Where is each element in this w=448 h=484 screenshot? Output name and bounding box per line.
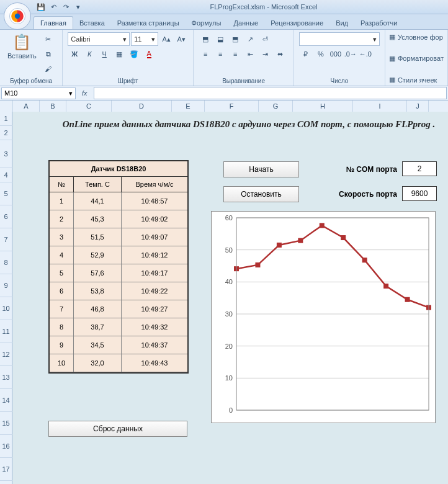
indent-decrease-icon[interactable]: ⇤ <box>243 47 257 61</box>
currency-icon[interactable]: ₽ <box>299 47 313 61</box>
svg-text:20: 20 <box>225 343 233 350</box>
wrap-text-icon[interactable]: ⏎ <box>258 32 272 46</box>
cell-time: 10:49:12 <box>122 246 187 264</box>
align-middle-icon[interactable]: ⬓ <box>213 32 227 46</box>
row-header[interactable]: 12 <box>0 343 12 366</box>
tab-insert[interactable]: Вставка <box>73 17 111 29</box>
grow-font-icon[interactable]: A▴ <box>159 32 173 46</box>
number-format-select[interactable]: ▾ <box>299 32 380 46</box>
office-button[interactable] <box>4 2 31 30</box>
increase-decimal-icon[interactable]: .0→ <box>344 47 357 61</box>
col-header[interactable] <box>0 101 13 112</box>
com-port-value[interactable]: 2 <box>402 161 437 176</box>
col-header[interactable]: G <box>259 101 293 112</box>
align-right-icon[interactable]: ≡ <box>228 47 242 61</box>
col-header[interactable]: H <box>293 101 353 112</box>
comma-icon[interactable]: 000 <box>329 47 343 61</box>
cell-styles-button[interactable]: ▦Стили ячеек <box>389 75 444 84</box>
font-color-icon[interactable]: A <box>142 47 156 61</box>
tab-data[interactable]: Данные <box>227 17 264 29</box>
row-header[interactable]: 13 <box>0 366 12 389</box>
row-header[interactable]: 7 <box>0 228 12 251</box>
tab-review[interactable]: Рецензирование <box>264 17 329 29</box>
tab-view[interactable]: Вид <box>329 17 354 29</box>
paste-button[interactable]: 📋 Вставить <box>5 32 39 61</box>
underline-icon[interactable]: Ч <box>97 47 111 61</box>
undo-icon[interactable]: ↶ <box>48 2 58 12</box>
row-header[interactable]: 16 <box>0 435 12 458</box>
group-styles: ▦Условное фор ▦Форматироват ▦Стили ячеек <box>385 30 448 86</box>
tab-page-layout[interactable]: Разметка страницы <box>111 17 186 29</box>
row-header[interactable]: 10 <box>0 297 12 320</box>
align-center-icon[interactable]: ≡ <box>213 47 227 61</box>
font-name-select[interactable]: Calibri▾ <box>68 32 130 46</box>
cell-time: 10:49:07 <box>122 228 187 246</box>
bold-icon[interactable]: Ж <box>68 47 81 61</box>
table-row: 351,510:49:07 <box>50 228 187 246</box>
fx-icon[interactable]: fx <box>77 89 92 97</box>
row-header[interactable]: 11 <box>0 320 12 343</box>
svg-rect-20 <box>320 223 325 228</box>
row-header[interactable]: 15 <box>0 412 12 435</box>
indent-increase-icon[interactable]: ⇥ <box>258 47 272 61</box>
orientation-icon[interactable]: ↗ <box>243 32 257 46</box>
row-header[interactable]: 3 <box>0 140 12 168</box>
percent-icon[interactable]: % <box>314 47 328 61</box>
row-header[interactable]: 18 <box>0 481 12 484</box>
svg-text:0: 0 <box>229 406 233 414</box>
reset-button[interactable]: Сброс данных <box>48 421 187 437</box>
stop-button[interactable]: Остановить <box>223 186 299 202</box>
col-header[interactable]: F <box>205 101 259 112</box>
conditional-formatting-button[interactable]: ▦Условное фор <box>389 32 444 42</box>
start-button[interactable]: Начать <box>223 161 299 177</box>
row-header[interactable]: 6 <box>0 205 12 228</box>
align-top-icon[interactable]: ⬒ <box>199 32 212 46</box>
shrink-font-icon[interactable]: A▾ <box>174 32 188 46</box>
align-bottom-icon[interactable]: ⬒ <box>228 32 242 46</box>
tab-developer[interactable]: Разработчи <box>354 17 403 29</box>
port-speed-value[interactable]: 9600 <box>402 186 437 201</box>
col-header[interactable]: B <box>40 101 66 112</box>
cut-icon[interactable]: ✂ <box>42 32 55 46</box>
row-header[interactable]: 14 <box>0 389 12 412</box>
col-header[interactable]: D <box>112 101 172 112</box>
row-header[interactable]: 9 <box>0 274 12 297</box>
col-header[interactable]: A <box>13 101 40 112</box>
row-header[interactable]: 5 <box>0 182 12 205</box>
row-header[interactable]: 8 <box>0 251 12 274</box>
row-header[interactable]: 2 <box>0 126 12 140</box>
formula-input[interactable] <box>94 87 447 99</box>
col-header[interactable]: J <box>407 101 429 112</box>
row-header[interactable]: 4 <box>0 168 12 182</box>
tab-home[interactable]: Главная <box>34 16 73 29</box>
chevron-down-icon: ▾ <box>69 89 73 97</box>
cell-temp: 57,6 <box>74 264 122 282</box>
merge-icon[interactable]: ⬌ <box>273 47 287 61</box>
align-left-icon[interactable]: ≡ <box>199 47 212 61</box>
format-as-table-button[interactable]: ▦Форматироват <box>389 54 444 63</box>
decrease-decimal-icon[interactable]: ←.0 <box>359 47 372 61</box>
name-box[interactable]: M10▾ <box>1 87 76 99</box>
chart[interactable]: 0102030405060 <box>211 211 436 423</box>
border-icon[interactable]: ▦ <box>112 47 126 61</box>
fill-color-icon[interactable]: 🪣 <box>127 47 141 61</box>
copy-icon[interactable]: ⧉ <box>42 47 55 61</box>
cell-time: 10:49:22 <box>122 282 187 300</box>
italic-icon[interactable]: К <box>83 47 96 61</box>
col-header[interactable]: C <box>66 101 112 112</box>
svg-rect-17 <box>255 262 260 267</box>
worksheet[interactable]: OnLine прием данных датчика DS18B20 с ар… <box>12 112 448 484</box>
col-header[interactable]: I <box>353 101 407 112</box>
qat-dropdown-icon[interactable]: ▾ <box>73 2 83 12</box>
save-icon[interactable]: 💾 <box>36 2 46 12</box>
format-painter-icon[interactable]: 🖌 <box>42 62 55 76</box>
col-header[interactable]: E <box>172 101 205 112</box>
font-size-select[interactable]: 11▾ <box>131 32 158 46</box>
com-port-label: № COM порта <box>316 165 397 174</box>
row-header[interactable]: 1 <box>0 112 12 126</box>
tab-formulas[interactable]: Формулы <box>186 17 228 29</box>
table-row: 653,810:49:22 <box>50 282 187 300</box>
table-row: 934,510:49:37 <box>50 336 187 354</box>
redo-icon[interactable]: ↷ <box>61 2 71 12</box>
row-header[interactable]: 17 <box>0 458 12 481</box>
